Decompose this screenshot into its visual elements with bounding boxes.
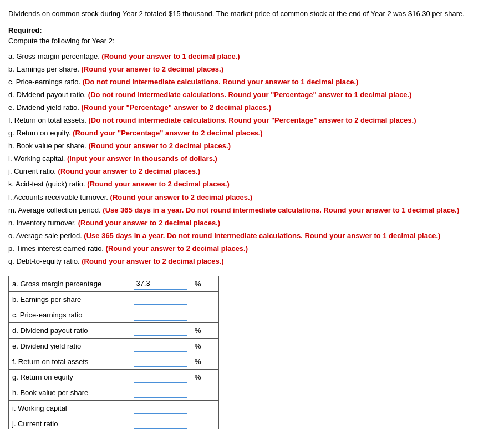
row-input-cell-i[interactable] [130, 401, 191, 416]
table-row-i: i. Working capital [9, 401, 219, 416]
instruction-i: i. Working capital. (Input your answer i… [8, 153, 496, 165]
table-row-b: b. Earnings per share [9, 292, 219, 307]
row-unit-j [191, 416, 219, 429]
instruction-e: e. Dividend yield ratio. (Round your "Pe… [8, 102, 496, 114]
row-input-cell-f[interactable] [130, 354, 191, 370]
instruction-h: h. Book value per share. (Round your ans… [8, 140, 496, 152]
table-row-f: f. Return on total assets% [9, 354, 219, 370]
row-label-e: e. Dividend yield ratio [9, 339, 130, 354]
row-label-g: g. Return on equity [9, 370, 130, 385]
instruction-j: j. Current ratio. (Round your answer to … [8, 165, 496, 178]
table-row-c: c. Price-earnings ratio [9, 307, 219, 323]
instruction-b: b. Earnings per share. (Round your answe… [8, 63, 496, 75]
row-label-d: d. Dividend payout ratio [9, 323, 130, 339]
instruction-d: d. Dividend payout ratio. (Do not round … [8, 89, 496, 101]
row-input-cell-c[interactable] [130, 307, 191, 323]
table-row-g: g. Return on equity% [9, 370, 219, 385]
row-label-a: a. Gross margin percentage [9, 276, 130, 292]
row-unit-h [191, 385, 219, 401]
row-label-b: b. Earnings per share [9, 292, 130, 307]
table-row-e: e. Dividend yield ratio% [9, 339, 219, 354]
row-label-i: i. Working capital [9, 401, 130, 416]
table-row-h: h. Book value per share [9, 385, 219, 401]
instruction-k: k. Acid-test (quick) ratio. (Round your … [8, 178, 496, 190]
row-input-c[interactable] [134, 309, 187, 321]
required-heading: Required: [8, 26, 496, 34]
table-row-j: j. Current ratio [9, 416, 219, 429]
row-input-cell-b[interactable] [130, 292, 191, 307]
row-input-f[interactable] [134, 356, 187, 367]
instruction-f: f. Return on total assets. (Do not round… [8, 114, 496, 127]
row-input-g[interactable] [134, 371, 187, 383]
answer-table: a. Gross margin percentage%b. Earnings p… [8, 276, 219, 429]
row-unit-a: % [191, 276, 219, 292]
row-unit-g: % [191, 370, 219, 385]
row-input-j[interactable] [134, 418, 187, 429]
instruction-l: l. Accounts receivable turnover. (Round … [8, 191, 496, 204]
row-input-e[interactable] [134, 340, 187, 352]
row-label-j: j. Current ratio [9, 416, 130, 429]
instruction-p: p. Times interest earned ratio. (Round y… [8, 243, 496, 255]
row-input-cell-e[interactable] [130, 339, 191, 354]
instruction-m: m. Average collection period. (Use 365 d… [8, 204, 496, 216]
row-label-c: c. Price-earnings ratio [9, 307, 130, 323]
row-input-a[interactable] [134, 278, 187, 290]
intro-paragraph: Dividends on common stock during Year 2 … [8, 8, 496, 19]
row-unit-i [191, 401, 219, 416]
row-label-h: h. Book value per share [9, 385, 130, 401]
instruction-n: n. Inventory turnover. (Round your answe… [8, 217, 496, 229]
row-input-h[interactable] [134, 387, 187, 398]
row-input-cell-a[interactable] [130, 276, 191, 292]
instruction-c: c. Price-earnings ratio. (Do not round i… [8, 76, 496, 88]
instruction-o: o. Average sale period. (Use 365 days in… [8, 230, 496, 242]
row-label-f: f. Return on total assets [9, 354, 130, 370]
instructions-list: a. Gross margin percentage. (Round your … [8, 51, 496, 268]
table-row-d: d. Dividend payout ratio% [9, 323, 219, 339]
row-input-cell-d[interactable] [130, 323, 191, 339]
row-unit-b [191, 292, 219, 307]
required-subtext: Compute the following for Year 2: [8, 37, 496, 45]
instruction-a: a. Gross margin percentage. (Round your … [8, 51, 496, 63]
row-input-i[interactable] [134, 402, 187, 414]
row-input-cell-g[interactable] [130, 370, 191, 385]
row-input-d[interactable] [134, 325, 187, 336]
row-unit-d: % [191, 323, 219, 339]
row-input-cell-j[interactable] [130, 416, 191, 429]
row-unit-c [191, 307, 219, 323]
table-row-a: a. Gross margin percentage% [9, 276, 219, 292]
instruction-g: g. Return on equity. (Round your "Percen… [8, 127, 496, 139]
row-input-b[interactable] [134, 294, 187, 305]
row-unit-e: % [191, 339, 219, 354]
row-unit-f: % [191, 354, 219, 370]
instruction-q: q. Debt-to-equity ratio. (Round your ans… [8, 255, 496, 268]
row-input-cell-h[interactable] [130, 385, 191, 401]
